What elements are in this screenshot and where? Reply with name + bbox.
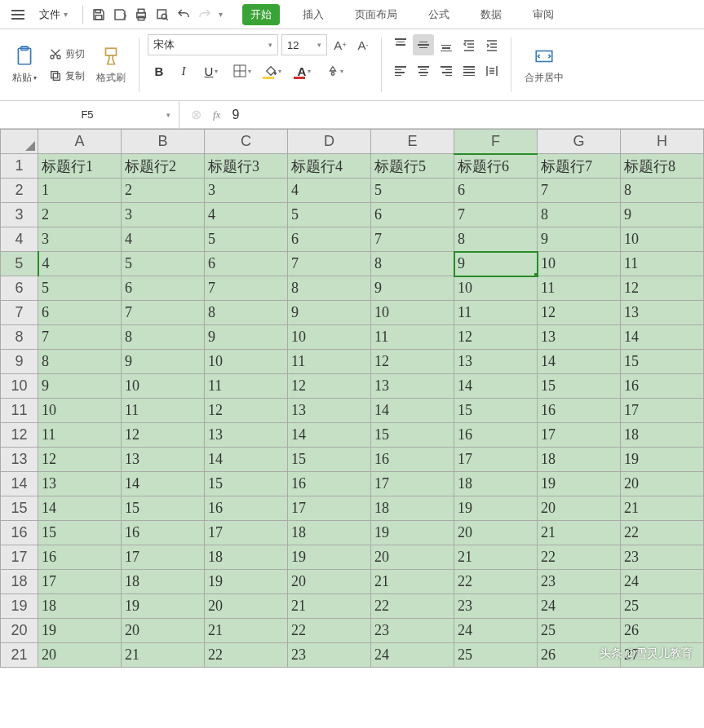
row-header-2[interactable]: 2 (1, 179, 38, 203)
cell[interactable]: 17 (38, 570, 122, 594)
column-header-H[interactable]: H (621, 130, 704, 154)
cell[interactable]: 9 (454, 252, 538, 276)
cell[interactable]: 14 (288, 423, 371, 448)
menu-tab-3[interactable]: 公式 (420, 4, 458, 25)
cell[interactable]: 9 (205, 325, 288, 350)
cell[interactable]: 21 (288, 594, 371, 619)
align-top-button[interactable] (390, 34, 411, 55)
cell[interactable]: 18 (371, 496, 454, 521)
menu-tab-5[interactable]: 审阅 (525, 4, 562, 25)
cell[interactable]: 5 (205, 227, 288, 252)
redo-icon[interactable] (197, 7, 212, 22)
cell[interactable]: 1 (38, 179, 122, 203)
cell[interactable]: 19 (621, 448, 704, 472)
cell[interactable]: 11 (371, 325, 454, 350)
cell[interactable]: 14 (38, 496, 122, 521)
cell[interactable]: 4 (288, 179, 371, 203)
cell[interactable]: 9 (371, 276, 454, 301)
cell[interactable]: 20 (122, 619, 205, 643)
font-color-button[interactable]: A▾ (290, 60, 319, 82)
cell[interactable]: 6 (122, 276, 205, 301)
cell[interactable]: 8 (122, 325, 205, 350)
cell[interactable]: 13 (205, 423, 288, 448)
column-header-D[interactable]: D (288, 130, 371, 154)
undo-icon[interactable] (176, 7, 191, 22)
cell[interactable]: 12 (454, 325, 538, 350)
cell[interactable]: 12 (538, 301, 621, 325)
cell[interactable]: 20 (205, 594, 288, 619)
cell[interactable]: 11 (205, 374, 288, 399)
cell[interactable]: 13 (454, 350, 538, 374)
cell[interactable]: 标题行5 (371, 154, 454, 179)
cell[interactable]: 18 (538, 448, 621, 472)
row-header-18[interactable]: 18 (1, 570, 38, 594)
cell[interactable]: 23 (538, 570, 621, 594)
row-header-15[interactable]: 15 (1, 496, 38, 521)
cell[interactable]: 20 (621, 472, 704, 496)
cell[interactable]: 7 (205, 276, 288, 301)
cell[interactable]: 21 (538, 521, 621, 545)
cell[interactable]: 15 (538, 374, 621, 399)
cell[interactable]: 21 (371, 570, 454, 594)
cell[interactable]: 21 (122, 643, 205, 668)
cell[interactable]: 3 (122, 203, 205, 227)
name-box[interactable]: F5 ▾ (0, 101, 179, 128)
cell[interactable]: 5 (38, 276, 122, 301)
cell[interactable]: 20 (371, 545, 454, 570)
cell[interactable]: 13 (288, 399, 371, 423)
cell[interactable]: 15 (122, 496, 205, 521)
cell[interactable]: 20 (288, 570, 371, 594)
row-header-13[interactable]: 13 (1, 448, 38, 472)
row-header-19[interactable]: 19 (1, 594, 38, 619)
cell[interactable]: 25 (538, 619, 621, 643)
cell[interactable]: 9 (122, 350, 205, 374)
cell[interactable]: 8 (454, 227, 538, 252)
select-all-corner[interactable] (1, 130, 38, 154)
cell[interactable]: 标题行8 (621, 154, 704, 179)
cell[interactable]: 15 (454, 399, 538, 423)
cell[interactable]: 12 (621, 276, 704, 301)
cell[interactable]: 11 (454, 301, 538, 325)
cell[interactable]: 8 (621, 179, 704, 203)
distribute-button[interactable] (481, 60, 503, 82)
cell[interactable]: 9 (538, 227, 621, 252)
cell[interactable]: 16 (454, 423, 538, 448)
menu-tab-2[interactable]: 页面布局 (347, 4, 405, 25)
row-header-7[interactable]: 7 (1, 301, 38, 325)
cell[interactable]: 5 (122, 252, 205, 276)
cell[interactable]: 13 (621, 301, 704, 325)
cell[interactable]: 4 (122, 227, 205, 252)
cell[interactable]: 标题行7 (538, 154, 621, 179)
cell[interactable]: 15 (38, 521, 122, 545)
qat-dropdown-icon[interactable]: ▾ (219, 10, 223, 19)
cell[interactable]: 6 (371, 203, 454, 227)
cell[interactable]: 22 (288, 619, 371, 643)
row-header-14[interactable]: 14 (1, 472, 38, 496)
cell[interactable]: 8 (538, 203, 621, 227)
cell[interactable]: 18 (205, 545, 288, 570)
cell[interactable]: 16 (38, 545, 122, 570)
cell[interactable]: 10 (621, 227, 704, 252)
cell[interactable]: 25 (454, 643, 538, 668)
merge-center-button[interactable]: 合并居中 (520, 34, 569, 95)
cell[interactable]: 7 (122, 301, 205, 325)
file-menu[interactable]: 文件 ▾ (33, 4, 74, 25)
cell[interactable]: 12 (288, 374, 371, 399)
cell[interactable]: 6 (288, 227, 371, 252)
cell[interactable]: 7 (538, 179, 621, 203)
column-header-F[interactable]: F (454, 130, 538, 154)
cell[interactable]: 17 (288, 496, 371, 521)
cell[interactable]: 17 (371, 472, 454, 496)
cell[interactable]: 10 (288, 325, 371, 350)
cell[interactable]: 18 (454, 472, 538, 496)
cell[interactable]: 12 (122, 423, 205, 448)
cell[interactable]: 19 (205, 570, 288, 594)
cell[interactable]: 3 (205, 179, 288, 203)
row-header-11[interactable]: 11 (1, 399, 38, 423)
cell[interactable]: 17 (205, 521, 288, 545)
cell[interactable]: 23 (371, 619, 454, 643)
cell[interactable]: 6 (38, 301, 122, 325)
cell[interactable]: 21 (621, 496, 704, 521)
cell[interactable]: 22 (538, 545, 621, 570)
cell[interactable]: 18 (621, 423, 704, 448)
